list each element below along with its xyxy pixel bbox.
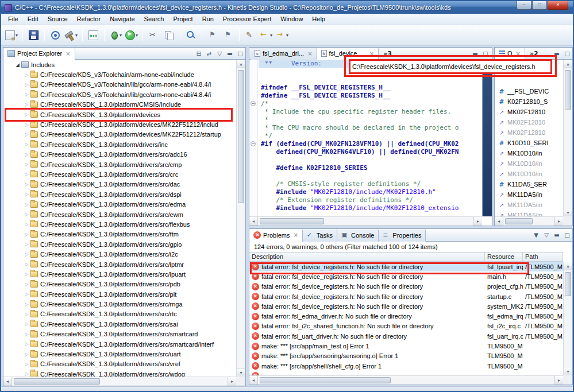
collapsed-arrow-icon[interactable]: ▷ (23, 202, 30, 207)
collapsed-arrow-icon[interactable]: ▷ (23, 371, 30, 377)
collapsed-arrow-icon[interactable]: ▷ (23, 132, 30, 137)
column-header-path[interactable]: Path (523, 253, 563, 261)
problem-row[interactable]: ×fatal error: fsl_edma_driver.h: No such… (249, 311, 563, 321)
debug-button[interactable]: ▾ (108, 28, 123, 42)
tree-item[interactable]: ▷C:/Freescale/KSDK_1.3.0/platform/driver… (3, 280, 236, 289)
collapsed-arrow-icon[interactable]: ▷ (23, 172, 30, 177)
scroll-left-icon[interactable]: ◂ (249, 217, 258, 226)
tree-item[interactable]: ▷C:/Freescale/KSDK_1.3.0/platform/driver… (3, 180, 236, 189)
outline-horizontal-scrollbar[interactable]: ◂ ▸ (495, 216, 563, 226)
tree-item[interactable]: ▷C:/Freescale/KSDK_1.3.0/platform/driver… (3, 160, 236, 169)
tree-item[interactable]: ▷C:/Freescale/KSDK_1.3.0/platform/driver… (3, 230, 236, 239)
maximize-icon[interactable]: □ (480, 49, 491, 59)
problem-row[interactable]: ×fatal error: fsl_device_registers.h: No… (249, 292, 563, 301)
tree-item[interactable]: ▷C:/Freescale/KSDK_1.3.0/platform/driver… (3, 319, 236, 329)
code-area[interactable]: ** Version:#ifndef __FSL_DEVICE_REGISTER… (259, 60, 482, 216)
tree-item[interactable]: ▷C:/Freescale/KSDK_1.3.0/platform/driver… (3, 189, 236, 199)
editor-horizontal-scrollbar[interactable]: ◂ ▸ (249, 216, 482, 226)
scroll-down-icon[interactable]: ▾ (237, 368, 245, 377)
collapsed-arrow-icon[interactable]: ▷ (23, 262, 30, 267)
dropdown-arrow-icon[interactable]: ▾ (75, 33, 78, 38)
editor-tab[interactable]: hfsl_device_...× (317, 48, 379, 60)
tree-item[interactable]: ▷C:/Freescale/KSDK_1.3.0/platform/driver… (3, 199, 236, 209)
view-menu-icon[interactable]: ▽ (541, 230, 552, 240)
project-explorer-tab[interactable]: Project Explorer × (3, 48, 75, 60)
tree-item[interactable]: ▷C:/Freescale/KSDK_1.3.0/platform/driver… (3, 169, 236, 179)
flash-from-file-button[interactable] (86, 28, 101, 42)
problem-row[interactable]: ×make: *** [src/app/sensoring/sensoring.… (249, 351, 563, 361)
outline-item[interactable]: #K02F12810_S (495, 96, 563, 107)
tab-problems[interactable]: Problems× (249, 229, 303, 242)
debug-configurations-button[interactable] (48, 28, 63, 42)
build-button[interactable]: ▾ (64, 28, 79, 42)
scrollbar-thumb[interactable] (565, 272, 571, 296)
scrollbar-thumb[interactable] (238, 70, 244, 203)
previous-annotation-button[interactable] (221, 28, 236, 42)
scroll-right-icon[interactable]: ▸ (554, 376, 563, 385)
tree-item[interactable]: ▷C:/Freescale/KSDK_1.3.0/platform/device… (3, 130, 236, 139)
menu-window[interactable]: Window (276, 14, 307, 25)
editor-tab-overflow[interactable]: »3 (383, 48, 392, 60)
tree-item[interactable]: ▷C:/Freescale/KSDK_1.3.0/platform/driver… (3, 289, 236, 299)
tree-item[interactable]: ▷C:/Freescale/KSDK_1.3.0/platform/driver… (3, 329, 236, 339)
problem-row[interactable]: ×fatal error: fsl_uart_driver.h: No such… (249, 331, 563, 341)
scrollbar-thumb[interactable] (260, 218, 324, 224)
maximize-icon[interactable]: □ (562, 230, 572, 240)
close-icon[interactable]: × (307, 51, 312, 57)
collapse-all-icon[interactable]: ⊟ (194, 49, 204, 59)
tree-item[interactable]: ▷C:/Freescale/KSDK_1.3.0/platform/driver… (3, 150, 236, 160)
dropdown-arrow-icon[interactable]: ▾ (136, 33, 138, 38)
tree-item[interactable]: ▷C:/Freescale/KSDK_1.3.0/platform/driver… (3, 299, 236, 309)
tree-item[interactable]: ▷C:/Freescale/KSDK_1.3.0/platform/driver… (3, 339, 236, 349)
overview-ruler[interactable] (482, 60, 492, 216)
scroll-left-icon[interactable]: ◂ (249, 376, 258, 385)
collapsed-arrow-icon[interactable]: ▷ (23, 271, 30, 277)
filter-icon[interactable]: ▼ (531, 230, 541, 240)
collapsed-arrow-icon[interactable]: ▷ (23, 341, 30, 347)
collapsed-arrow-icon[interactable]: ▷ (23, 282, 30, 287)
collapsed-arrow-icon[interactable]: ▷ (23, 92, 30, 97)
fold-collapse-icon[interactable]: − (251, 101, 256, 106)
collapsed-arrow-icon[interactable]: ▷ (23, 321, 30, 327)
explorer-horizontal-scrollbar[interactable]: ◂ ▸ (3, 377, 236, 386)
outline-item[interactable]: ↗MK10D10/in (495, 148, 563, 158)
collapsed-arrow-icon[interactable]: ▷ (23, 82, 30, 87)
outline-item[interactable]: ↗MK11DA5/in (495, 189, 563, 200)
tab-console[interactable]: Console (337, 229, 379, 242)
collapsed-arrow-icon[interactable]: ▷ (23, 142, 30, 147)
collapsed-arrow-icon[interactable]: ▷ (23, 222, 30, 227)
collapsed-arrow-icon[interactable]: ▷ (23, 192, 30, 197)
collapsed-arrow-icon[interactable]: ▷ (23, 232, 30, 237)
tree-item[interactable]: ▷C:/Freescale/KSDK_1.3.0/platform/driver… (3, 219, 236, 229)
tree-item[interactable]: ▷C:/Freescale/KDS_v3/Toolchain/arm-none-… (3, 69, 236, 79)
outline-item[interactable]: ↗MK02F12810 (495, 107, 563, 117)
tab-tasks[interactable]: Tasks (303, 229, 337, 242)
view-menu-icon[interactable]: ▽ (214, 49, 225, 59)
menu-processor-expert[interactable]: Processor Expert (218, 14, 276, 25)
fold-collapse-icon[interactable]: − (251, 141, 256, 146)
menu-search[interactable]: Search (140, 14, 169, 25)
scroll-left-icon[interactable]: ◂ (3, 377, 12, 386)
problem-row[interactable]: ×fatal error: fsl_device_registers.h: No… (249, 271, 563, 281)
scrollbar-thumb[interactable] (260, 377, 391, 383)
expanded-arrow-icon[interactable]: ◢ (14, 62, 21, 68)
problem-row[interactable]: × (249, 371, 563, 375)
scrollbar-thumb[interactable] (565, 70, 571, 110)
outline-item[interactable]: ↗MK11DA5/in (495, 200, 563, 210)
scrollbar-thumb[interactable] (14, 378, 100, 385)
problem-row[interactable]: ×make: *** [src/app/shell/shell_cfg.o] E… (249, 361, 563, 371)
problem-row[interactable]: ×fatal error: fsl_device_registers.h: No… (249, 282, 563, 292)
tree-item[interactable]: ▷C:/Freescale/KSDK_1.3.0/platform/driver… (3, 239, 236, 249)
menu-edit[interactable]: Edit (23, 14, 43, 25)
column-header-description[interactable]: Description (249, 253, 485, 261)
tree-item[interactable]: ▷C:/Freescale/KDS_v3/Toolchain/lib/gcc/a… (3, 90, 236, 99)
minimize-icon[interactable]: ▬ (470, 49, 480, 59)
back-button[interactable]: ▾ (259, 28, 273, 42)
menu-file[interactable]: File (3, 14, 23, 25)
problems-vertical-scrollbar[interactable]: ▴ ▾ (563, 262, 572, 375)
tree-item[interactable]: ▷C:/Freescale/KSDK_1.3.0/platform/driver… (3, 249, 236, 259)
menu-source[interactable]: Source (43, 14, 72, 25)
collapsed-arrow-icon[interactable]: ▷ (23, 302, 30, 307)
title-bar[interactable]: C/C++ - C:\Freescale\KSDK_1.3.0\platform… (1, 1, 573, 14)
outline-item[interactable]: #__FSL_DEVIC (495, 86, 563, 96)
